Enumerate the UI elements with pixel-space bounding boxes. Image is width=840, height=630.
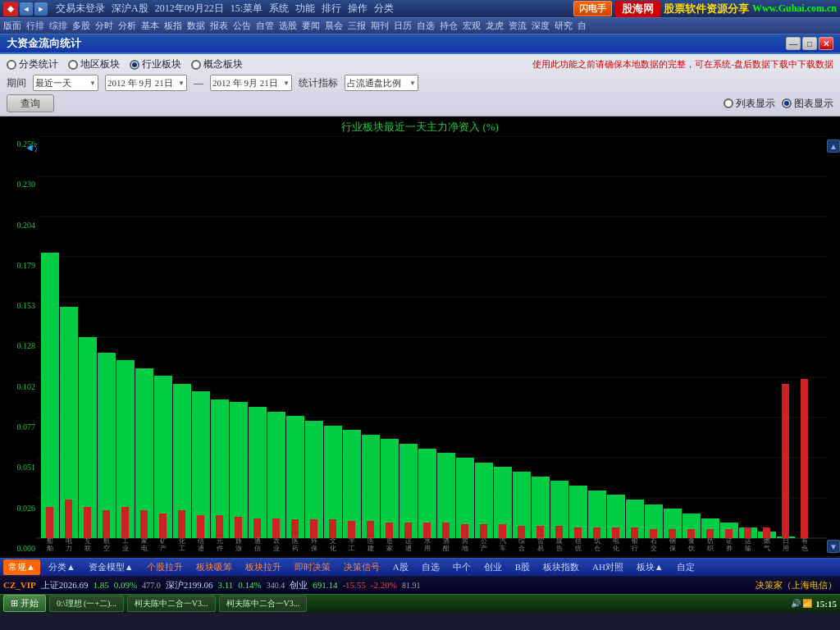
tab-fenlei[interactable]: 分类▲ (43, 559, 80, 575)
period-dropdown[interactable]: 最近一天 ▼ (33, 75, 98, 91)
query-button[interactable]: 查询 (7, 94, 54, 112)
tab-gegu[interactable]: 个股拉升 (142, 559, 188, 575)
cy-val6: -15.55 (342, 580, 365, 590)
tab-jishi[interactable]: 即时决策 (290, 559, 336, 575)
nav-left-btn[interactable]: ◄ (20, 2, 33, 16)
chart-bottom-scroll: ◄ ► (0, 556, 840, 558)
radio-list[interactable]: 列表显示 (724, 97, 775, 111)
y-4: 0.153 (17, 301, 36, 310)
scroll-down[interactable]: ▼ (827, 540, 840, 553)
menu-xuangu[interactable]: 选股 (279, 20, 297, 32)
menu-ziliu[interactable]: 资流 (509, 20, 527, 32)
guhai-url: Www.Guhai.com.cn (752, 2, 837, 15)
diamond-icon[interactable]: ◆ (3, 2, 18, 16)
menu-qikan[interactable]: 期刊 (371, 20, 389, 32)
menu-longhu[interactable]: 龙虎 (486, 20, 504, 32)
menu-hangpai[interactable]: 行排 (26, 20, 44, 32)
menu-banzhi[interactable]: 板指 (164, 20, 182, 32)
tab-zixuan[interactable]: 自选 (417, 559, 445, 575)
control-panel: 分类统计 地区板块 行业板块 概念板块 使用此功能之前请确保本地数据的完整，可在… (0, 54, 840, 116)
menu-yanjiu[interactable]: 研究 (555, 20, 573, 32)
tab-ziding[interactable]: 自定 (672, 559, 700, 575)
y-6: 0.102 (17, 382, 36, 391)
close-btn[interactable]: ✕ (819, 37, 833, 50)
tab-bankuai-xichou[interactable]: 板块吸筹 (191, 559, 237, 575)
menu-gonggao[interactable]: 公告 (233, 20, 251, 32)
menu-category[interactable]: 分类 (374, 2, 394, 16)
menu-rank[interactable]: 排行 (322, 2, 341, 16)
taskbar: ⊞ 开始 0:\理想 (一+二)... 柯夫陈中二合一V3... 柯夫陈中二合一… (0, 594, 840, 612)
menu-rili[interactable]: 日历 (394, 20, 412, 32)
radio-fenlei[interactable]: 分类统计 (7, 57, 58, 71)
date-sep: — (194, 77, 203, 89)
menu-chenhui[interactable]: 晨会 (325, 20, 343, 32)
cy-vol: 81.91 (402, 581, 421, 590)
menu-zongpai[interactable]: 综排 (49, 20, 67, 32)
radio-row: 分类统计 地区板块 行业板块 概念板块 使用此功能之前请确保本地数据的完整，可在… (7, 57, 833, 71)
y-10: 0.000 (17, 544, 36, 553)
radio-hangye[interactable]: 行业板块 (130, 57, 181, 71)
menu-ziguan[interactable]: 自管 (256, 20, 274, 32)
nav-right-btn[interactable]: ► (34, 2, 48, 16)
menu-market[interactable]: 深沪A股 (112, 2, 148, 16)
menu-trade[interactable]: 交易未登录 (56, 2, 105, 16)
stat-value: 占流通盘比例 (347, 77, 401, 89)
menu-sanbao[interactable]: 三报 (348, 20, 366, 32)
menu-jiben[interactable]: 基本 (141, 20, 159, 32)
menu-zi[interactable]: 自 (578, 20, 587, 32)
radio-gainian[interactable]: 概念板块 (191, 57, 243, 71)
period-value: 最近一天 (35, 77, 71, 89)
taskbar-item-0[interactable]: 0:\理想 (一+二)... (49, 596, 124, 612)
menu-shendou[interactable]: 深度 (532, 20, 550, 32)
tab-bankuai[interactable]: 板块▲ (632, 559, 669, 575)
tab-zijin[interactable]: 资金模型▲ (84, 559, 139, 575)
menu-yaowen[interactable]: 要闻 (302, 20, 320, 32)
sys-icons: 🔊 📶 (791, 599, 813, 608)
date2-dropdown[interactable]: 2012 年 9月 21日 ▼ (210, 75, 292, 91)
tab-zhongge[interactable]: 中个 (448, 559, 476, 575)
menu-fenxi[interactable]: 分析 (118, 20, 136, 32)
menu-time: 15:菜单 (231, 2, 262, 16)
decision-label: 决策家（上海电信） (756, 579, 837, 591)
tab-juece[interactable]: 决策信号 (339, 559, 385, 575)
taskbar-item-2[interactable]: 柯夫陈中二合一V3... (219, 596, 308, 612)
minimize-btn[interactable]: — (786, 37, 801, 50)
start-button[interactable]: ⊞ 开始 (3, 595, 46, 612)
menu-zixuan[interactable]: 自选 (417, 20, 435, 32)
menu-baobiao[interactable]: 报表 (210, 20, 228, 32)
tab-bankuai-index[interactable]: 板块指数 (538, 559, 584, 575)
radio-chart[interactable]: 图表显示 (782, 97, 833, 111)
scroll-up[interactable]: ▲ (827, 139, 840, 153)
shhs-pct2: 0.14% (238, 580, 261, 590)
menu-function[interactable]: 功能 (295, 2, 315, 16)
tab-ah[interactable]: AH对照 (587, 559, 628, 575)
menu-duogu[interactable]: 多股 (72, 20, 90, 32)
brand-logo: 股海网 (615, 1, 660, 17)
menu-shuju[interactable]: 数据 (187, 20, 205, 32)
menu-banmian[interactable]: 版面 (3, 20, 21, 32)
maximize-btn[interactable]: □ (802, 37, 817, 50)
menu-system[interactable]: 系统 (269, 2, 289, 16)
tab-bankuai-lashen[interactable]: 板块拉升 (240, 559, 286, 575)
taskbar-right: 🔊 📶 15:15 (791, 599, 837, 609)
stat-arrow: ▼ (409, 80, 416, 87)
tab-bgu[interactable]: B股 (510, 559, 535, 575)
tab-agu[interactable]: A股 (388, 559, 413, 575)
radio-diqu[interactable]: 地区板块 (68, 57, 120, 71)
radio-chart-label: 图表显示 (794, 97, 833, 111)
clock: 15:15 (815, 599, 837, 609)
date1-dropdown[interactable]: 2012 年 9月 21日 ▼ (105, 75, 187, 91)
radio-dot-gainian (191, 60, 201, 70)
stat-indicator-dropdown[interactable]: 占流通盘比例 ▼ (345, 75, 418, 91)
tab-chuangye[interactable]: 创业 (479, 559, 507, 575)
menu-chicang[interactable]: 持仓 (440, 20, 458, 32)
taskbar-item-1[interactable]: 柯夫陈中二合一V3... (127, 596, 216, 612)
menu-hongguan[interactable]: 宏观 (463, 20, 481, 32)
period-arrow: ▼ (89, 80, 96, 87)
date1-arrow: ▼ (178, 80, 185, 87)
tab-changgui[interactable]: 常规▲ (3, 559, 40, 575)
date1-value: 2012 年 9月 21日 (107, 77, 173, 89)
menu-operate[interactable]: 操作 (348, 2, 368, 16)
flash-btn[interactable]: 闪电手 (573, 1, 612, 16)
menu-fenshi[interactable]: 分时 (95, 20, 113, 32)
